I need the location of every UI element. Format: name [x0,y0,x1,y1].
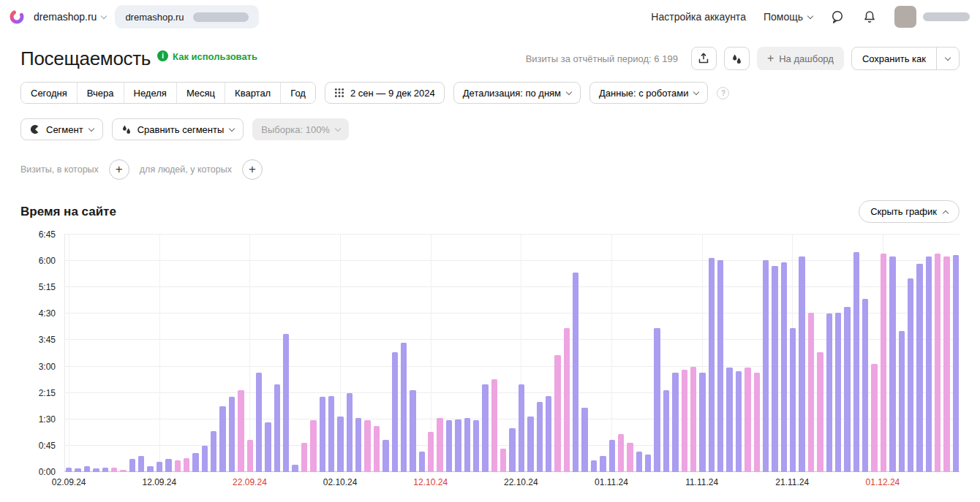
compare-segments-dropdown[interactable]: Сравнить сегменты [112,118,244,140]
add-to-dashboard-button[interactable]: На дашборд [757,47,844,70]
bar[interactable] [717,260,723,472]
bell-icon[interactable] [862,9,877,24]
bar[interactable] [446,420,452,472]
bar[interactable] [908,278,913,472]
bar[interactable] [564,328,570,472]
bar[interactable] [600,456,606,472]
bar[interactable] [690,367,696,472]
bar[interactable] [781,262,787,472]
bar[interactable] [455,419,461,472]
bar[interactable] [699,373,705,472]
bar[interactable] [627,443,633,472]
detail-dropdown[interactable]: Детализация: по дням [453,82,581,104]
counter-tab[interactable]: dremashop.ru [115,5,258,28]
bar[interactable] [519,384,524,472]
account-settings-link[interactable]: Настройка аккаунта [651,11,746,23]
bar[interactable] [581,408,587,472]
bar[interactable] [808,313,814,472]
counter-switcher[interactable]: dremashop.ru [32,11,108,23]
bar[interactable] [591,460,597,472]
bar[interactable] [392,352,398,473]
bar[interactable] [364,420,370,472]
bar[interactable] [554,355,560,472]
bar[interactable] [374,426,380,472]
bar[interactable] [347,393,353,472]
bar[interactable] [274,384,280,472]
preset-month[interactable]: Месяц [176,83,225,103]
bar[interactable] [382,440,388,472]
bar[interactable] [826,313,832,472]
bar[interactable] [709,258,715,472]
bar[interactable] [943,256,949,472]
bar[interactable] [835,313,841,472]
bar[interactable] [889,256,895,472]
bar[interactable] [500,449,506,472]
bar[interactable] [763,260,769,472]
bar[interactable] [165,459,171,472]
segments-tool-button[interactable] [724,47,750,70]
bar[interactable] [799,256,804,472]
preset-week[interactable]: Неделя [124,83,176,103]
bar[interactable] [654,328,660,472]
bar[interactable] [202,446,208,472]
bar[interactable] [546,396,551,472]
metrica-logo-icon[interactable] [9,9,25,25]
bar[interactable] [853,252,859,472]
bar[interactable] [337,417,343,472]
bar[interactable] [138,456,144,472]
export-button[interactable] [691,47,717,70]
bar[interactable] [736,371,742,472]
bar[interactable] [953,255,959,472]
add-visits-filter-button[interactable] [109,159,129,180]
sampling-dropdown[interactable]: Выборка: 100% [252,118,349,140]
bar[interactable] [265,422,271,472]
bar[interactable] [573,273,578,472]
how-to-use-link[interactable]: Как использовать [173,51,257,62]
bar[interactable] [663,390,669,472]
save-as-dropdown-button[interactable] [936,47,959,69]
hide-chart-button[interactable]: Скрыть график [859,200,960,223]
bar[interactable] [473,420,479,472]
bar[interactable] [320,397,325,472]
bar[interactable] [745,368,750,472]
bar[interactable] [618,434,624,472]
bar[interactable] [219,406,225,472]
bar[interactable] [401,343,407,472]
bar[interactable] [147,466,153,472]
bar[interactable] [283,334,289,472]
bar[interactable] [229,397,235,472]
bar[interactable] [537,402,543,472]
question-mark-icon[interactable] [717,87,729,99]
user-menu[interactable] [894,6,970,28]
bar[interactable] [211,431,216,472]
bar[interactable] [292,465,298,472]
bar[interactable] [790,328,796,472]
bar[interactable] [464,418,470,472]
bar[interactable] [301,443,307,472]
bar[interactable] [310,420,316,472]
preset-today[interactable]: Сегодня [21,83,77,103]
bar[interactable] [754,373,760,472]
bar[interactable] [916,264,922,472]
bar[interactable] [238,390,244,472]
bar[interactable] [192,453,198,472]
bar[interactable] [899,331,905,472]
bar[interactable] [328,396,334,472]
bar[interactable] [509,428,515,472]
bar[interactable] [84,466,90,472]
add-people-filter-button[interactable] [242,159,263,180]
bar[interactable] [419,452,425,472]
help-menu[interactable]: Помощь [764,11,813,23]
data-mode-dropdown[interactable]: Данные: с роботами [589,82,708,104]
save-as-button[interactable]: Сохранить как [852,47,936,69]
bar[interactable] [862,299,868,472]
bar[interactable] [672,373,678,472]
bar[interactable] [527,417,533,472]
bar[interactable] [184,458,189,472]
bar[interactable] [926,256,932,472]
bar[interactable] [645,455,651,472]
bar[interactable] [355,418,361,472]
bar[interactable] [726,368,732,472]
bar[interactable] [935,254,941,472]
preset-quarter[interactable]: Квартал [225,83,280,103]
